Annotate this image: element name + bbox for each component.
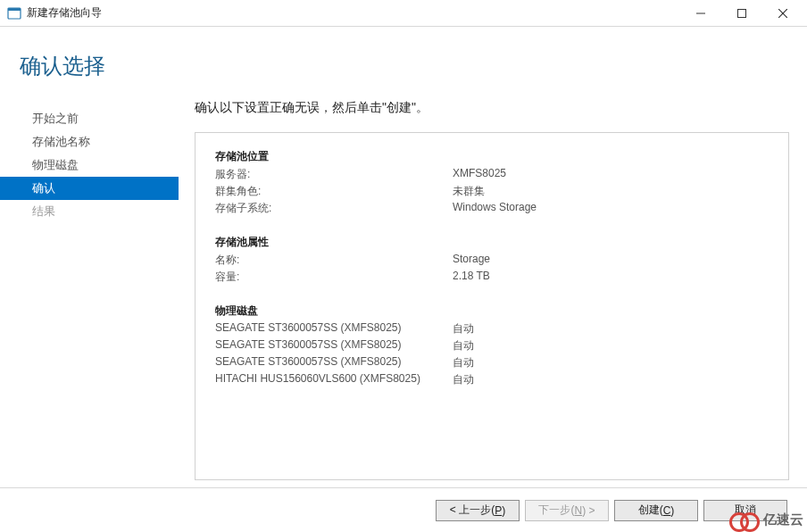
- sidebar: 开始之前 存储池名称 物理磁盘 确认 结果: [0, 98, 179, 487]
- row-disk-2: SEAGATE ST3600057SS (XMFS8025) 自动: [215, 354, 769, 371]
- previous-button[interactable]: < 上一步(P): [436, 500, 520, 521]
- disk-0-name: SEAGATE ST3600057SS (XMFS8025): [215, 321, 453, 337]
- body: 开始之前 存储池名称 物理磁盘 确认 结果 确认以下设置正确无误，然后单击"创建…: [0, 98, 807, 487]
- svg-rect-3: [738, 9, 746, 17]
- previous-label-prefix: < 上一步(: [450, 503, 495, 518]
- label-capacity: 容量:: [215, 270, 453, 285]
- summary-panel: 存储池位置 服务器: XMFS8025 群集角色: 未群集 存储子系统: Win…: [195, 132, 789, 480]
- minimize-button[interactable]: [680, 0, 721, 27]
- nav-physical-disks[interactable]: 物理磁盘: [0, 154, 179, 177]
- create-label-prefix: 创建(: [638, 503, 663, 518]
- disk-1-mode: 自动: [453, 338, 769, 353]
- disk-2-name: SEAGATE ST3600057SS (XMFS8025): [215, 355, 453, 370]
- next-label-prefix: 下一步(: [538, 503, 574, 518]
- section-location-title: 存储池位置: [215, 149, 769, 164]
- row-cluster-role: 群集角色: 未群集: [215, 183, 769, 200]
- nav-pool-name[interactable]: 存储池名称: [0, 130, 179, 154]
- create-label-suffix: ): [670, 504, 674, 517]
- titlebar: 新建存储池向导: [0, 0, 807, 27]
- nav-results: 结果: [0, 200, 179, 223]
- next-label-suffix: ) >: [582, 504, 595, 517]
- svg-rect-1: [8, 8, 21, 11]
- row-disk-0: SEAGATE ST3600057SS (XMFS8025) 自动: [215, 320, 769, 337]
- nav-before-you-begin[interactable]: 开始之前: [0, 107, 179, 130]
- nav-confirmation[interactable]: 确认: [0, 177, 179, 200]
- section-disks-title: 物理磁盘: [215, 303, 769, 319]
- maximize-button[interactable]: [721, 0, 762, 27]
- previous-label-suffix: ): [502, 504, 505, 517]
- disk-0-mode: 自动: [453, 321, 769, 337]
- next-hotkey: N: [574, 504, 582, 517]
- row-name: 名称: Storage: [215, 252, 769, 269]
- close-button[interactable]: [762, 0, 803, 27]
- label-name: 名称:: [215, 253, 453, 268]
- value-server: XMFS8025: [453, 167, 769, 182]
- label-server: 服务器:: [215, 167, 453, 182]
- previous-hotkey: P: [495, 504, 502, 517]
- value-capacity: 2.18 TB: [453, 270, 769, 285]
- value-cluster-role: 未群集: [453, 184, 769, 199]
- row-server: 服务器: XMFS8025: [215, 166, 769, 183]
- label-subsystem: 存储子系统:: [215, 201, 453, 216]
- label-cluster-role: 群集角色:: [215, 184, 453, 199]
- instruction-text: 确认以下设置正确无误，然后单击"创建"。: [195, 100, 789, 116]
- disk-2-mode: 自动: [453, 355, 769, 370]
- window-title: 新建存储池向导: [27, 5, 102, 21]
- row-disk-3: HITACHI HUS156060VLS600 (XMFS8025) 自动: [215, 371, 769, 388]
- header: 确认选择: [0, 27, 807, 98]
- footer: < 上一步(P) 下一步(N) > 创建(C) 取消: [0, 487, 807, 532]
- row-subsystem: 存储子系统: Windows Storage: [215, 200, 769, 217]
- row-disk-1: SEAGATE ST3600057SS (XMFS8025) 自动: [215, 337, 769, 354]
- row-capacity: 容量: 2.18 TB: [215, 269, 769, 286]
- content: 确认以下设置正确无误，然后单击"创建"。 存储池位置 服务器: XMFS8025…: [179, 98, 807, 487]
- page-title: 确认选择: [20, 52, 807, 80]
- value-subsystem: Windows Storage: [453, 201, 769, 216]
- next-button: 下一步(N) >: [525, 500, 609, 521]
- disk-1-name: SEAGATE ST3600057SS (XMFS8025): [215, 338, 453, 353]
- create-button[interactable]: 创建(C): [614, 500, 698, 521]
- disk-3-mode: 自动: [453, 372, 769, 387]
- cancel-button[interactable]: 取消: [703, 500, 787, 521]
- create-hotkey: C: [663, 504, 671, 517]
- disk-3-name: HITACHI HUS156060VLS600 (XMFS8025): [215, 372, 453, 387]
- app-icon: [7, 6, 21, 21]
- section-properties-title: 存储池属性: [215, 235, 769, 250]
- value-name: Storage: [453, 253, 769, 268]
